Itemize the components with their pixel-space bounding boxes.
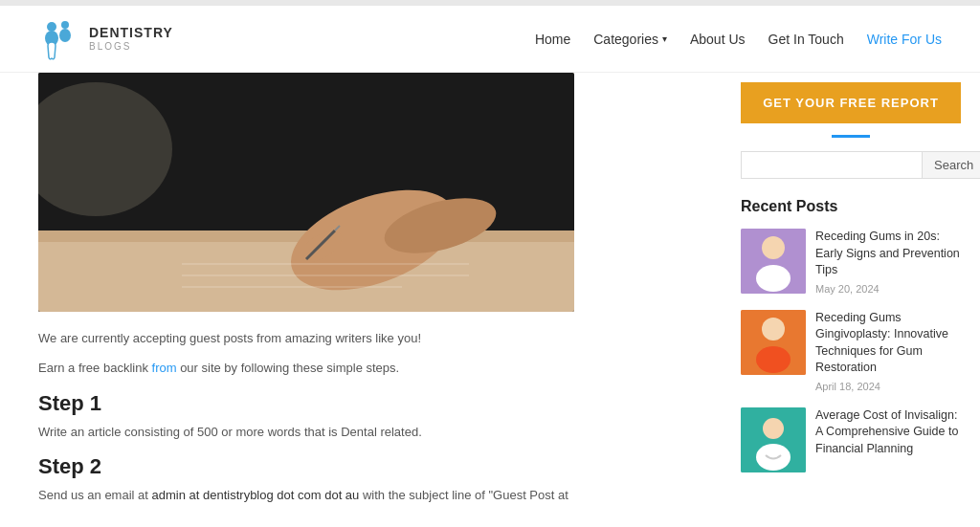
svg-point-17	[762, 236, 785, 259]
svg-point-20	[762, 318, 785, 340]
main-nav: Home Categories About Us Get In Touch Wr…	[535, 32, 942, 47]
post-date-2: April 18, 2024	[815, 381, 961, 392]
logo[interactable]: DENTISTRY BLOGS	[38, 17, 173, 60]
post-thumbnail-1	[741, 229, 806, 294]
post-thumbnail-3	[741, 407, 806, 472]
search-box: Search	[741, 151, 961, 179]
nav-about-us[interactable]: About Us	[690, 32, 746, 47]
post-date-1: May 20, 2024	[815, 283, 961, 295]
email-address: admin at dentistryblog dot com dot au	[152, 488, 360, 502]
svg-point-24	[756, 444, 791, 471]
post-title-3[interactable]: Average Cost of Invisalign: A Comprehens…	[815, 407, 961, 458]
svg-point-21	[756, 346, 791, 373]
svg-point-23	[763, 418, 784, 439]
recent-posts-title: Recent Posts	[741, 198, 961, 215]
post-info-3: Average Cost of Invisalign: A Comprehens…	[815, 407, 961, 462]
svg-point-0	[47, 22, 56, 32]
search-button[interactable]: Search	[923, 151, 980, 179]
header: DENTISTRY BLOGS Home Categories About Us…	[0, 6, 980, 73]
search-input[interactable]	[741, 151, 923, 179]
step2-heading: Step 2	[38, 454, 702, 479]
step2-desc: Send us an email at admin at dentistrybl…	[38, 485, 702, 506]
logo-blogs: BLOGS	[89, 41, 173, 52]
svg-point-2	[61, 21, 69, 29]
main-layout: We are currently accepting guest posts f…	[0, 73, 980, 527]
step1-heading: Step 1	[38, 391, 702, 416]
logo-icon	[38, 17, 81, 60]
post-item-2: Receding Gums Gingivoplasty: Innovative …	[741, 310, 961, 392]
cta-button[interactable]: GET YOUR FREE REPORT	[741, 82, 961, 123]
nav-home[interactable]: Home	[535, 32, 570, 47]
nav-write-for-us[interactable]: Write For Us	[867, 32, 942, 47]
post-thumbnail-2	[741, 310, 806, 375]
svg-point-18	[756, 265, 791, 292]
from-link[interactable]: from	[152, 361, 177, 375]
post-info-2: Receding Gums Gingivoplasty: Innovative …	[815, 310, 961, 392]
intro-text-2: Earn a free backlink from our site by fo…	[38, 357, 702, 379]
post-item: Receding Gums in 20s: Early Signs and Pr…	[741, 229, 961, 295]
intro-text-1: We are currently accepting guest posts f…	[38, 327, 702, 349]
post-title-2[interactable]: Receding Gums Gingivoplasty: Innovative …	[815, 310, 961, 377]
content-area: We are currently accepting guest posts f…	[0, 73, 731, 527]
logo-text: DENTISTRY BLOGS	[89, 26, 173, 51]
sidebar-divider	[832, 135, 870, 138]
nav-categories[interactable]: Categories	[593, 32, 667, 47]
step1-desc: Write an article consisting of 500 or mo…	[38, 422, 702, 443]
post-title-1[interactable]: Receding Gums in 20s: Early Signs and Pr…	[815, 229, 961, 279]
hero-image	[38, 73, 574, 312]
post-item-3: Average Cost of Invisalign: A Comprehens…	[741, 407, 961, 472]
logo-dentistry: DENTISTRY	[89, 26, 173, 40]
svg-point-3	[59, 29, 71, 42]
sidebar: GET YOUR FREE REPORT Search Recent Posts…	[731, 73, 980, 527]
post-info-1: Receding Gums in 20s: Early Signs and Pr…	[815, 229, 961, 295]
nav-get-in-touch[interactable]: Get In Touch	[768, 32, 844, 47]
